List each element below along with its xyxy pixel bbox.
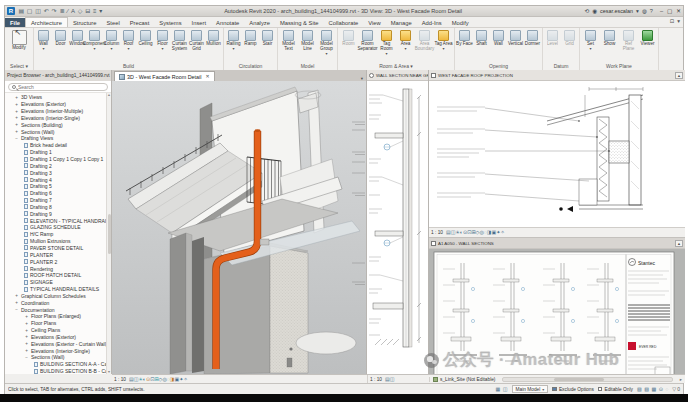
area-boundary-tool[interactable]: Area Boundary (415, 29, 434, 56)
roof-drawing-area[interactable] (429, 81, 685, 227)
design-option-icon[interactable]: ◫ (503, 386, 508, 392)
dormer-tool[interactable]: Dormer (524, 29, 541, 51)
roof-scale[interactable]: 1 : 10 (431, 230, 443, 235)
help-icon[interactable]: ? (650, 8, 653, 14)
user-menu-caret-icon[interactable]: ▾ (636, 8, 639, 14)
browser-item[interactable]: Floor Plans (5, 320, 106, 327)
tree-item-icon[interactable] (14, 293, 19, 298)
tree-item-icon[interactable] (24, 157, 28, 162)
ribbon-tab[interactable]: Steel (101, 18, 124, 27)
sheet-drawing-area[interactable]: Stantec E (429, 249, 685, 374)
default-3d-view-icon[interactable]: ◇ (78, 6, 83, 17)
sheet-panel-header[interactable]: A1 A050 - WALL SECTIONS ▲ (429, 238, 685, 249)
browser-item[interactable]: PLANTER (5, 251, 106, 258)
scrollbar-thumb[interactable] (108, 214, 111, 254)
section-icon[interactable]: ⊟ (85, 6, 90, 17)
tree-item-icon[interactable] (24, 328, 29, 333)
ribbon-tab[interactable]: Add-Ins (417, 18, 447, 27)
restore-button[interactable]: ▢ (667, 8, 672, 14)
measure-icon[interactable]: ∕ (67, 6, 68, 17)
undo-icon[interactable]: ↶ (44, 6, 49, 17)
browser-item[interactable]: TYPICAL HANDRAIL DETAILS (5, 286, 106, 293)
room-separator-tool[interactable]: Room Separator (358, 29, 377, 56)
tag-room-tool[interactable]: Tag Room (377, 29, 396, 56)
ref-plane-tool[interactable]: Ref Plane (619, 29, 638, 56)
tree-item-icon[interactable] (14, 307, 19, 312)
panel-label-select[interactable]: Select ▾ (5, 62, 33, 70)
tree-item-icon[interactable] (24, 184, 28, 189)
tree-item-icon[interactable] (24, 163, 28, 168)
editable-only-toggle[interactable]: Editable Only (598, 387, 633, 392)
browser-item[interactable]: Drafting 8 (5, 204, 106, 211)
tree-item-icon[interactable] (24, 280, 28, 285)
browser-item[interactable]: Elevations (Interior-Single) (5, 115, 106, 122)
tree-item-icon[interactable] (14, 300, 19, 305)
browser-item[interactable]: Elevations (Exterior) (5, 334, 106, 341)
browser-item[interactable]: Drafting 9 (5, 210, 106, 217)
tree-item-icon[interactable] (14, 129, 19, 134)
browser-item[interactable]: Ceiling Plans (5, 327, 106, 334)
borrowers-icon[interactable]: ▨ (644, 386, 649, 392)
browser-item[interactable]: Drafting 2 (5, 162, 106, 169)
wall-section-panel-header[interactable]: WALL SECTION NEAR GROUND D ▾ (367, 70, 428, 81)
tree-item-icon[interactable] (24, 273, 28, 278)
scale-button[interactable]: 1 : 10 (114, 377, 126, 382)
browser-item[interactable]: Rendering (5, 265, 106, 272)
sync-icon[interactable]: ⟲ (585, 8, 590, 14)
print-icon[interactable]: ≣ (59, 6, 64, 17)
tree-item-icon[interactable] (24, 266, 28, 271)
browser-item[interactable]: Elevations (Interior-Multiple) (5, 108, 106, 115)
tree-item-icon[interactable] (14, 136, 19, 141)
tree-item-icon[interactable] (24, 252, 28, 257)
viewer-tool[interactable]: Viewer (638, 29, 657, 51)
tree-item-icon[interactable] (24, 218, 28, 223)
sheet-panel-scroll-icon[interactable]: ▲ (675, 240, 683, 247)
browser-item[interactable]: Documentation (5, 306, 106, 313)
browser-item[interactable]: Drafting 7 (5, 197, 106, 204)
tree-item-icon[interactable] (24, 211, 28, 216)
tree-item-icon[interactable] (24, 341, 29, 346)
area-tool[interactable]: Area (396, 29, 415, 51)
ribbon-state-icon[interactable]: ⊡ (670, 18, 675, 24)
ribbon-tab[interactable]: Structure (68, 18, 102, 27)
browser-scrollbar[interactable]: ▲ ▼ (106, 93, 111, 374)
shaft-tool[interactable]: Shaft (473, 29, 490, 51)
model-text-tool[interactable]: Model Text (279, 29, 298, 56)
close-button[interactable]: ✕ (676, 8, 681, 14)
tree-item-icon[interactable] (14, 122, 19, 127)
panel-label-room-area[interactable]: Room & Area ▾ (338, 62, 454, 70)
mullion-tool[interactable]: Mullion (205, 29, 222, 51)
browser-item[interactable]: BUILDING SECTION A-A - Callout (5, 361, 106, 368)
sheet-horizontal-scrollbar[interactable] (502, 377, 672, 382)
roof-panel-header[interactable]: WEST FACADE ROOF PROJECTION ▲ (429, 70, 685, 81)
redo-icon[interactable]: ↷ (52, 6, 57, 17)
tree-item-icon[interactable] (34, 362, 38, 367)
browser-item[interactable]: Graphical Column Schedules (5, 292, 106, 299)
component-tool[interactable]: Component (86, 29, 103, 51)
browser-item[interactable]: Drafting 1 Copy 1 Copy 1 Copy 1 (5, 156, 106, 163)
ribbon-tab[interactable]: Manage (386, 18, 417, 27)
tree-item-icon[interactable] (24, 239, 28, 244)
browser-item[interactable]: Coordination (5, 299, 106, 306)
browser-item[interactable]: Drafting Views (5, 135, 106, 142)
tree-item-icon[interactable] (14, 109, 19, 114)
browser-item[interactable]: Elevations (Interior-Single) (5, 347, 106, 354)
active-workset-icon[interactable]: ▦ (496, 386, 501, 392)
tree-item-icon[interactable] (14, 115, 19, 120)
browser-item[interactable]: Sections (Building) (5, 121, 106, 128)
browser-item[interactable]: Elevations (Exterior) (5, 101, 106, 108)
by-face-tool[interactable]: By Face (456, 29, 473, 51)
ribbon-tab[interactable]: Collaborate (324, 18, 364, 27)
browser-item[interactable]: Mullion Extrusions (5, 238, 106, 245)
browser-item[interactable]: PLANTER 2 (5, 258, 106, 265)
tree-item-icon[interactable] (24, 232, 28, 237)
ribbon-tab[interactable]: Systems (154, 18, 186, 27)
tree-item-icon[interactable] (24, 245, 28, 250)
browser-item[interactable]: Brick head detail (5, 142, 106, 149)
ribbon-cycle-icon[interactable]: ▾ (677, 18, 680, 24)
design-option-dropdown[interactable]: Main Model ▾ (512, 385, 549, 393)
new-file-icon[interactable]: ▤ (18, 6, 24, 17)
signed-in-user[interactable]: cesar.escalan (600, 8, 633, 14)
tree-item-icon[interactable] (24, 191, 28, 196)
tree-item-icon[interactable] (24, 150, 28, 155)
